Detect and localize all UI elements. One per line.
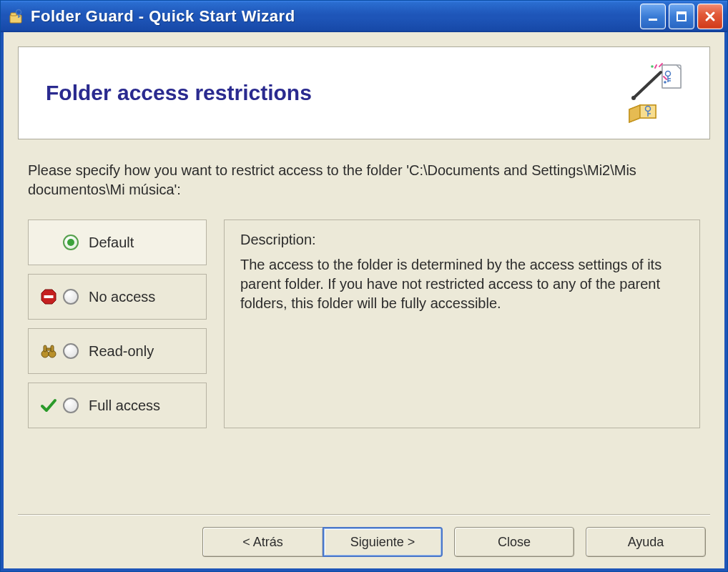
option-default-label: Default — [89, 235, 134, 251]
svg-rect-7 — [677, 12, 686, 14]
main-content: Default No access — [28, 220, 700, 428]
back-button[interactable]: < Atrás — [202, 527, 323, 557]
svg-rect-1 — [11, 13, 16, 16]
page-title: Folder access restrictions — [46, 81, 312, 105]
option-read-only[interactable]: Read-only — [28, 328, 207, 374]
svg-point-22 — [664, 81, 666, 84]
next-button[interactable]: Siguiente > — [323, 527, 443, 557]
option-default[interactable]: Default — [28, 220, 207, 265]
svg-rect-24 — [44, 295, 54, 298]
option-full-access[interactable]: Full access — [28, 383, 207, 428]
svg-point-2 — [16, 10, 21, 15]
wizard-window: Folder Guard - Quick Start Wizard Folder… — [0, 0, 728, 572]
instruction-text: Please specify how you want to restrict … — [28, 161, 700, 199]
svg-rect-29 — [46, 348, 51, 350]
svg-rect-27 — [44, 345, 46, 352]
radio-default[interactable] — [63, 235, 79, 250]
app-icon — [8, 9, 24, 24]
option-no-access[interactable]: No access — [28, 274, 207, 320]
radio-selected-dot — [67, 239, 74, 246]
option-no-access-label: No access — [89, 289, 155, 305]
svg-point-21 — [651, 65, 654, 68]
client-area: Folder access restrictions — [1, 32, 727, 571]
options-column: Default No access — [28, 220, 207, 428]
option-full-access-label: Full access — [89, 398, 160, 414]
radio-read-only[interactable] — [63, 343, 79, 359]
close-button[interactable]: Close — [454, 527, 574, 557]
svg-rect-28 — [51, 345, 54, 352]
radio-full-access[interactable] — [63, 398, 79, 413]
stop-icon — [40, 288, 57, 305]
minimize-button[interactable] — [640, 4, 666, 29]
footer-divider — [18, 514, 710, 516]
wizard-header: Folder access restrictions — [18, 46, 710, 139]
maximize-button[interactable] — [669, 4, 694, 29]
titlebar: Folder Guard - Quick Start Wizard — [1, 1, 727, 32]
svg-line-16 — [634, 72, 661, 98]
option-read-only-label: Read-only — [89, 343, 154, 360]
help-button[interactable]: Ayuda — [586, 527, 706, 557]
checkmark-icon — [40, 397, 57, 414]
description-body: The access to the folder is determined b… — [240, 255, 684, 313]
description-title: Description: — [240, 232, 684, 248]
window-controls — [640, 4, 723, 29]
svg-point-17 — [631, 96, 636, 100]
binoculars-icon — [40, 342, 57, 360]
description-panel: Description: The access to the folder is… — [224, 220, 700, 428]
radio-no-access[interactable] — [63, 289, 79, 305]
wizard-icon — [624, 61, 688, 125]
window-title: Folder Guard - Quick Start Wizard — [31, 7, 640, 26]
svg-line-19 — [655, 65, 656, 68]
footer-buttons: < Atrás Siguiente > Close Ayuda — [18, 527, 710, 557]
close-window-button[interactable] — [697, 4, 723, 29]
spacer-icon — [40, 234, 57, 251]
svg-rect-5 — [649, 19, 657, 21]
